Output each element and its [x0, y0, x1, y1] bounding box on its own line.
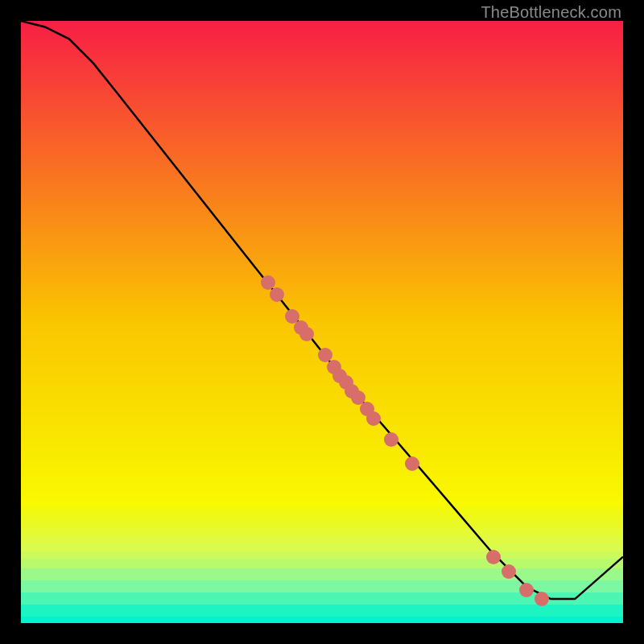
gradient-background — [21, 21, 623, 623]
data-point-p14 — [384, 432, 398, 447]
watermark-text: TheBottleneck.com — [481, 3, 621, 22]
data-point-p16 — [486, 550, 501, 564]
data-point-p19 — [535, 592, 549, 606]
data-point-p15 — [405, 456, 419, 471]
plot-area — [21, 21, 623, 623]
data-point-p13 — [366, 411, 381, 426]
outer-frame: TheBottleneck.com — [0, 0, 644, 644]
